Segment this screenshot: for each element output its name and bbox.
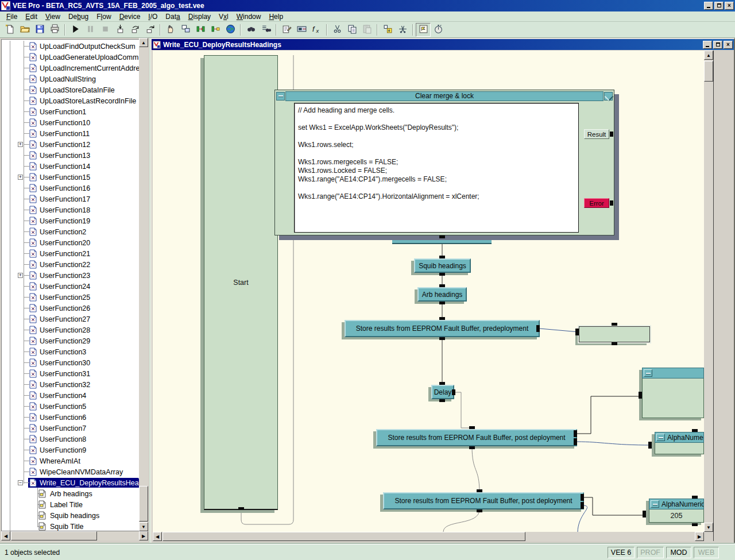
canvas-vscroll-thumb[interactable] bbox=[704, 61, 713, 82]
cut-scissors-button[interactable] bbox=[330, 23, 345, 37]
tree-item-userfunction27[interactable]: UserFunction27 bbox=[2, 314, 139, 325]
selected-green-box[interactable] bbox=[579, 326, 650, 342]
tree-item-userfunction20[interactable]: UserFunction20 bbox=[2, 237, 139, 248]
program-canvas[interactable]: Start Squib headings Arb headings Store … bbox=[153, 51, 704, 532]
menu-item-debug[interactable]: Debug bbox=[64, 12, 92, 21]
tree-item-userfunction17[interactable]: UserFunction17 bbox=[2, 194, 139, 204]
tree-item-write-ecu-deployresultshea[interactable]: −Write_ECU_DeployResultsHea bbox=[2, 477, 139, 488]
connect-data-button[interactable] bbox=[193, 23, 208, 37]
start-object[interactable]: Start bbox=[204, 55, 278, 510]
tree-scroll-right-icon[interactable]: ▶ bbox=[139, 531, 148, 540]
menu-item-vxl[interactable]: Vxl bbox=[215, 12, 233, 21]
code-editor[interactable]: // Add heading and merge cells. set Wks1… bbox=[294, 103, 579, 233]
tree-item-uploadgenerateuploadcomm[interactable]: UpLoadGenerateUploadComm bbox=[2, 52, 139, 63]
tree-item-label-title[interactable]: Label Title bbox=[2, 499, 139, 510]
expand-icon[interactable]: + bbox=[18, 175, 23, 180]
canvas-scroll-down-icon[interactable]: ▼ bbox=[704, 523, 713, 532]
save-floppy-button[interactable] bbox=[32, 23, 47, 37]
tree-item-userfunction19[interactable]: UserFunction19 bbox=[2, 215, 139, 226]
instrument-manager-button[interactable] bbox=[294, 23, 309, 37]
pan-hand-button[interactable] bbox=[163, 23, 178, 37]
tree-item-userfunction2[interactable]: UserFunction2 bbox=[2, 226, 139, 237]
tree-item-userfunction12[interactable]: +UserFunction12 bbox=[2, 139, 139, 150]
minimize-icon[interactable] bbox=[644, 369, 652, 377]
copy-button[interactable] bbox=[345, 23, 359, 37]
new-document-button[interactable] bbox=[2, 23, 17, 37]
tree-item-uploadstoredatainfile[interactable]: UpLoadStoreDataInFile bbox=[2, 84, 139, 95]
canvas-scroll-up-icon[interactable]: ▲ bbox=[704, 51, 713, 60]
resize-icon[interactable] bbox=[604, 92, 613, 101]
tree-item-userfunction10[interactable]: UserFunction10 bbox=[2, 117, 139, 128]
error-pin[interactable]: Error bbox=[584, 198, 609, 208]
arb-headings-box[interactable]: Arb headings bbox=[417, 287, 467, 302]
tree-item-wipecleannvmdataarray[interactable]: WipeCleanNVMDataArray bbox=[2, 466, 139, 477]
tree-item-userfunction16[interactable]: UserFunction16 bbox=[2, 183, 139, 194]
tree-item-userfunction3[interactable]: UserFunction3 bbox=[2, 346, 139, 357]
tree-vscroll-thumb[interactable] bbox=[139, 486, 148, 522]
tree-scroll-left-icon[interactable]: ◀ bbox=[1, 531, 10, 540]
run-play-button[interactable] bbox=[68, 23, 83, 37]
tree-item-userfunction11[interactable]: UserFunction11 bbox=[2, 128, 139, 139]
find-binoculars-button[interactable] bbox=[243, 23, 258, 37]
tree-item-userfunction25[interactable]: UserFunction25 bbox=[2, 292, 139, 303]
tree-scroll-down-icon[interactable]: ▼ bbox=[139, 522, 148, 531]
tree-item-userfunction29[interactable]: UserFunction29 bbox=[2, 335, 139, 346]
tree-item-uploadincrementcurrentaddre[interactable]: UpLoadIncrementCurrentAddre bbox=[2, 63, 139, 74]
alphanumeric-2-titlebar[interactable]: AlphaNumeric bbox=[649, 499, 704, 509]
tree-item-userfunction18[interactable]: UserFunction18 bbox=[2, 204, 139, 215]
tree-item-userfunction14[interactable]: UserFunction14 bbox=[2, 161, 139, 172]
tree-item-userfunction32[interactable]: UserFunction32 bbox=[2, 379, 139, 390]
store-postdeployment-box-2[interactable]: Store results from EEPROM Fault Buffer, … bbox=[383, 492, 584, 509]
child-restore-button[interactable] bbox=[713, 41, 722, 49]
dialog-titlebar[interactable]: Clear merge & lock bbox=[276, 91, 613, 101]
clear-merge-lock-object[interactable]: Clear merge & lock // Add heading and me… bbox=[274, 90, 614, 235]
canvas-scroll-right-icon[interactable]: ▶ bbox=[695, 532, 704, 541]
tree-item-whereamiat[interactable]: WhereAmIAt bbox=[2, 455, 139, 466]
step-out-button[interactable] bbox=[142, 23, 157, 37]
menu-item-file[interactable]: File bbox=[2, 12, 21, 21]
step-into-button[interactable] bbox=[113, 23, 127, 37]
function-fx-button[interactable]: fx bbox=[309, 23, 324, 37]
menu-item-view[interactable]: View bbox=[41, 12, 64, 21]
expand-icon[interactable]: + bbox=[18, 273, 23, 278]
tree-item-uploadstorelastrecordinfile[interactable]: UpLoadStoreLastRecordInFile bbox=[2, 95, 139, 106]
tree-item-userfunction8[interactable]: UserFunction8 bbox=[2, 434, 139, 445]
tree-item-uploadnullstring[interactable]: UpLoadNullString bbox=[2, 74, 139, 84]
app-titlebar[interactable]: VEE Pro - BETA_RC5_AVTS_15A_FEB_2005_alg… bbox=[0, 0, 735, 11]
properties-editor-button[interactable] bbox=[279, 23, 294, 37]
child-minimize-button[interactable] bbox=[703, 41, 712, 49]
minimize-icon[interactable] bbox=[656, 434, 665, 441]
tree-item-userfunction9[interactable]: UserFunction9 bbox=[2, 445, 139, 455]
tree-item-userfunction30[interactable]: UserFunction30 bbox=[2, 357, 139, 368]
open-folder-button[interactable] bbox=[17, 23, 32, 37]
menu-item-window[interactable]: Window bbox=[233, 12, 265, 21]
tree-item-userfunction6[interactable]: UserFunction6 bbox=[2, 412, 139, 423]
tree-item-userfunction22[interactable]: UserFunction22 bbox=[2, 259, 139, 270]
child-window-titlebar[interactable]: Write_ECU_DeployResultsHeadings × bbox=[152, 39, 734, 50]
tree-item-userfunction4[interactable]: UserFunction4 bbox=[2, 390, 139, 401]
display-window-titlebar[interactable] bbox=[642, 368, 704, 379]
connect-sequence-button[interactable] bbox=[208, 23, 223, 37]
tree-item-userfunction15[interactable]: +UserFunction15 bbox=[2, 172, 139, 183]
minimize-icon[interactable] bbox=[276, 92, 285, 101]
add-object-button[interactable] bbox=[380, 23, 395, 37]
tree-scroll-up-icon[interactable]: ▲ bbox=[139, 38, 148, 47]
menu-item-device[interactable]: Device bbox=[115, 12, 145, 21]
alphanumeric-1-titlebar[interactable]: AlphaNumer bbox=[655, 432, 704, 443]
display-window[interactable] bbox=[642, 368, 704, 418]
result-pin[interactable]: Result bbox=[584, 129, 609, 139]
menu-item-display[interactable]: Display bbox=[184, 12, 215, 21]
tree-item-userfunction1[interactable]: UserFunction1 bbox=[2, 106, 139, 117]
print-button[interactable] bbox=[47, 23, 62, 37]
expand-icon[interactable]: + bbox=[18, 142, 23, 147]
squib-headings-box[interactable]: Squib headings bbox=[414, 258, 471, 273]
menu-item-edit[interactable]: Edit bbox=[21, 12, 41, 21]
store-postdeployment-box-1[interactable]: Store results from EEPROM Fault Buffer, … bbox=[376, 429, 577, 446]
menu-item-i-o[interactable]: I/O bbox=[144, 12, 161, 21]
delay-box[interactable]: Delay bbox=[431, 385, 454, 399]
tree-vscrollbar[interactable] bbox=[139, 38, 148, 531]
tree-item-userfunction23[interactable]: +UserFunction23 bbox=[2, 270, 139, 281]
function-tree[interactable]: UpLoadFindOutputCheckSumUpLoadGenerateUp… bbox=[1, 39, 139, 531]
collapse-icon[interactable]: − bbox=[18, 480, 23, 485]
canvas-vscrollbar[interactable] bbox=[704, 51, 713, 532]
